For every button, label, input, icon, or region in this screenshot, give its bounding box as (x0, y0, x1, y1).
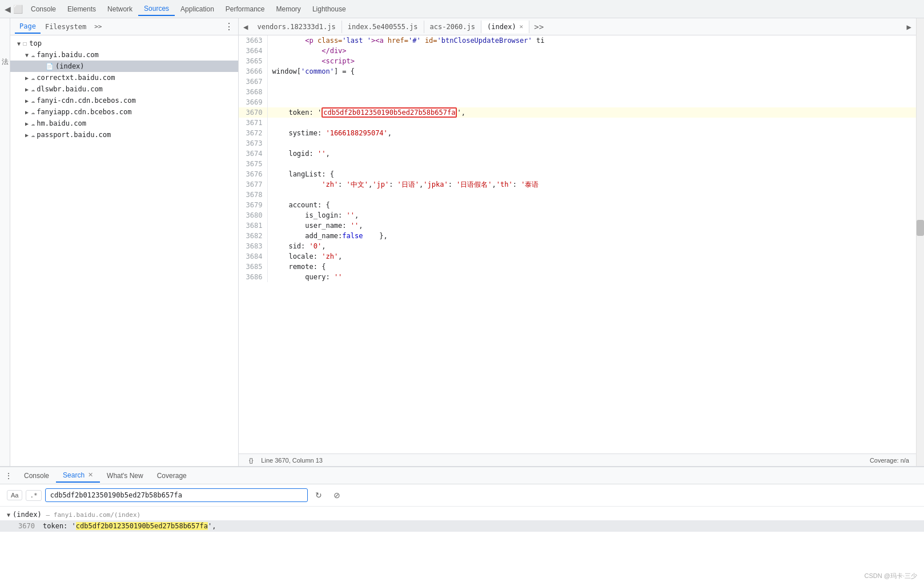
cloud-icon-correctxt: ☁ (31, 74, 35, 82)
close-tab-index[interactable]: ✕ (520, 23, 524, 30)
tab-lighthouse[interactable]: Lighthouse (307, 3, 352, 15)
line-code: langList: { (267, 169, 916, 179)
line-number: 3682 (239, 231, 267, 241)
line-number: 3681 (239, 220, 267, 231)
line-number: 3668 (239, 87, 267, 97)
clear-btn[interactable]: ⊘ (330, 488, 344, 503)
search-bar: Aa .* ↻ ⊘ (0, 484, 924, 507)
line-code: logid: '', (267, 148, 916, 159)
editor-nav-forward[interactable]: ▶ (905, 22, 914, 31)
search-result-item[interactable]: 3670 token: 'cdb5df2b012350190b5ed27b58b… (0, 520, 924, 532)
search-group-header[interactable]: ▼ (index) — fanyi.baidu.com/(index) (0, 509, 924, 520)
tree-item-fanyiapp[interactable]: ▶ ☁ fanyiapp.cdn.bcebos.com (10, 106, 238, 118)
bottom-tab-console[interactable]: Console (17, 469, 56, 482)
refresh-btn[interactable]: ↻ (311, 488, 326, 503)
line-number: 3665 (239, 56, 267, 66)
left-edge-panel: 法 (0, 18, 10, 466)
search-results: ▼ (index) — fanyi.baidu.com/(index) 3670… (0, 507, 924, 586)
sidebar-tabs: Page Filesystem >> ⋮ (10, 18, 238, 35)
tree-item-dlswbr[interactable]: ▶ ☁ dlswbr.baidu.com (10, 83, 238, 95)
line-code: systime: '1666188295074', (267, 128, 916, 138)
sidebar: Page Filesystem >> ⋮ ▼ ☐ top ▼ ☁ fanyi. (10, 18, 239, 466)
tab-application[interactable]: Application (175, 3, 220, 15)
bottom-panel-menu[interactable]: ⋮ (5, 471, 13, 480)
line-number: 3672 (239, 128, 267, 138)
bottom-tab-whatsnew[interactable]: What's New (100, 469, 150, 482)
back-icon[interactable]: ◀ (5, 5, 11, 14)
regex-toggle[interactable]: .* (26, 490, 41, 501)
line-number: 3671 (239, 118, 267, 128)
line-code: 'zh': '中文','jp': '日语','jpka': '日语假名','th… (267, 179, 916, 190)
result-text: token: 'cdb5df2b012350190b5ed27b58b657fa… (43, 522, 216, 530)
line-code: sid: '0', (267, 241, 916, 251)
line-code: <script> (267, 56, 916, 66)
format-btn[interactable]: {} (246, 456, 256, 465)
tree-item-top[interactable]: ▼ ☐ top (10, 38, 238, 49)
cloud-icon-fanyi-cdn: ☁ (31, 97, 35, 105)
sidebar-tab-filesystem[interactable]: Filesystem (41, 21, 91, 33)
right-scrollbar[interactable] (916, 18, 924, 466)
line-code: is_login: '', (267, 210, 916, 220)
line-code: </div> (267, 46, 916, 56)
cloud-icon-passport: ☁ (31, 131, 35, 139)
line-number: 3683 (239, 241, 267, 251)
tree-item-index[interactable]: 📄 (index) (10, 61, 238, 72)
line-code (267, 190, 916, 200)
editor-area: ◀ vendors.182333d1.js index.5e400555.js … (239, 18, 916, 466)
bottom-tab-search[interactable]: Search ✕ (56, 469, 100, 483)
line-number: 3686 (239, 272, 267, 282)
tree-label-fanyiapp: fanyiapp.cdn.bcebos.com (37, 108, 131, 116)
scrollbar-thumb[interactable] (917, 220, 924, 236)
line-number: 3675 (239, 159, 267, 169)
line-number: 3669 (239, 97, 267, 107)
code-area[interactable]: 3663 <p class='last '><a href='#' id='bt… (239, 35, 916, 453)
editor-tab-acs[interactable]: acs-2060.js (424, 21, 481, 33)
inspect-icon[interactable]: ⬜ (13, 5, 23, 14)
line-code: remote: { (267, 262, 916, 272)
editor-tab-index5e[interactable]: index.5e400555.js (342, 21, 424, 33)
bottom-tab-coverage[interactable]: Coverage (150, 469, 194, 482)
cloud-icon-fanyiapp: ☁ (31, 108, 35, 116)
bottom-tabs-bar: ⋮ Console Search ✕ What's New Coverage (0, 467, 924, 484)
editor-nav-back[interactable]: ◀ (241, 22, 250, 31)
line-code (267, 138, 916, 148)
close-search-tab[interactable]: ✕ (88, 471, 93, 479)
cloud-icon-hm: ☁ (31, 119, 35, 127)
line-code: add_name:false }, (267, 231, 916, 241)
editor-tab-index-active[interactable]: (index) ✕ (481, 21, 529, 33)
coverage-label: Coverage: n/a (870, 457, 909, 464)
case-sensitive-toggle[interactable]: Aa (7, 490, 22, 500)
group-arrow: ▼ (7, 512, 10, 518)
line-number: 3684 (239, 251, 267, 262)
line-number: 3680 (239, 210, 267, 220)
tab-elements[interactable]: Elements (62, 3, 102, 15)
tab-sources[interactable]: Sources (138, 2, 175, 16)
result-highlight: cdb5df2b012350190b5ed27b58b657fa (76, 522, 208, 530)
line-number: 3677 (239, 179, 267, 190)
watermark: CSDN @玛卡·三少 (865, 572, 917, 580)
tree-label-passport: passport.baidu.com (37, 131, 111, 139)
search-input[interactable] (45, 488, 308, 502)
sidebar-more-btn[interactable]: >> (91, 21, 105, 33)
tree-item-passport[interactable]: ▶ ☁ passport.baidu.com (10, 129, 238, 141)
sidebar-tab-page[interactable]: Page (15, 20, 41, 34)
tree-item-hm[interactable]: ▶ ☁ hm.baidu.com (10, 118, 238, 129)
sidebar-menu-btn[interactable]: ⋮ (224, 21, 234, 32)
tree-item-fanyi[interactable]: ▼ ☁ fanyi.baidu.com (10, 49, 238, 61)
tab-performance[interactable]: Performance (220, 3, 271, 15)
position-label: Line 3670, Column 13 (261, 457, 323, 464)
group-file-name: (index) (13, 511, 42, 519)
line-code: user_name: '', (267, 220, 916, 231)
tree-item-fanyi-cdn[interactable]: ▶ ☁ fanyi-cdn.cdn.bcebos.com (10, 95, 238, 106)
editor-tab-vendors[interactable]: vendors.182333d1.js (251, 21, 342, 33)
editor-tabs-more[interactable]: >> (532, 22, 546, 31)
tab-console[interactable]: Console (25, 3, 62, 15)
result-line-no: 3670 (18, 522, 38, 530)
line-code (267, 159, 916, 169)
tab-network[interactable]: Network (102, 3, 138, 15)
tab-memory[interactable]: Memory (271, 3, 307, 15)
tree-item-correctxt[interactable]: ▶ ☁ correctxt.baidu.com (10, 72, 238, 83)
line-number: 3678 (239, 190, 267, 200)
tree-label-correctxt: correctxt.baidu.com (37, 74, 115, 82)
line-code: token: 'cdb5df2b012350190b5ed27b58b657fa… (267, 107, 916, 118)
